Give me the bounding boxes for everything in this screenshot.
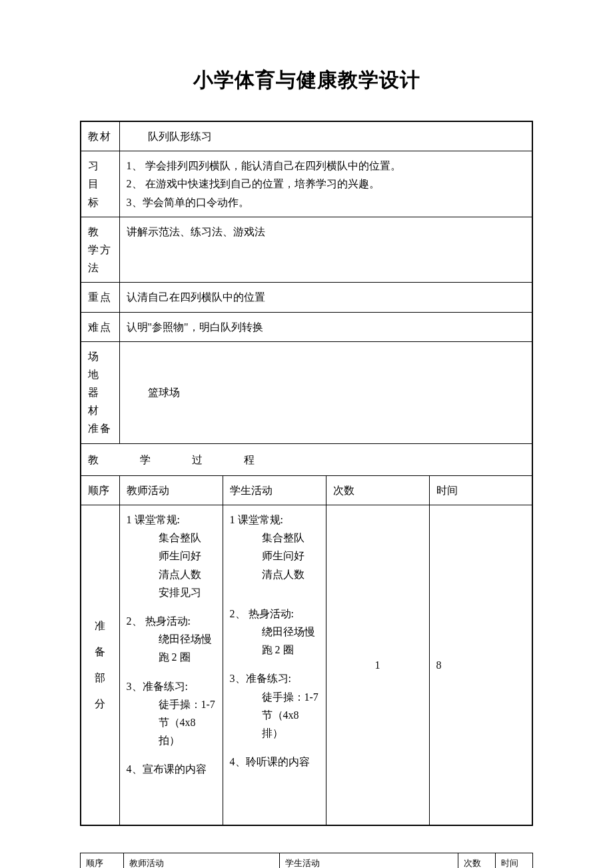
prep-count: 1 [326, 505, 429, 825]
footer-count: 次数 [458, 853, 496, 868]
value-difficulty: 认明"参照物"，明白队列转换 [119, 312, 532, 341]
value-objectives: 1、 学会排列四列横队，能认清自己在四列横队中的位置。 2、 在游戏中快速找到自… [119, 151, 532, 217]
value-venue: 篮球场 [119, 341, 532, 443]
row-process-header: 教 学 过 程 [81, 443, 532, 475]
value-keypoint: 认清自己在四列横队中的位置 [119, 283, 532, 312]
process-header: 教 学 过 程 [81, 443, 532, 475]
prep-student-activity: 1 课堂常规: 集合整队 师生问好 清点人数 2、 热身活动: 绕田径场慢跑 2… [223, 505, 326, 825]
footer-row: 顺序 教师活动 学生活动 次数 时间 [81, 853, 533, 868]
row-column-headers: 顺序 教师活动 学生活动 次数 时间 [81, 475, 532, 505]
footer-student: 学生活动 [280, 853, 458, 868]
label-method: 教 学方法 [81, 217, 119, 283]
col-header-order: 顺序 [81, 475, 119, 505]
label-material: 教材 [81, 121, 119, 151]
row-difficulty: 难点 认明"参照物"，明白队列转换 [81, 312, 532, 341]
footer-order: 顺序 [81, 853, 124, 868]
prep-time: 8 [429, 505, 532, 825]
label-objectives: 习 目 标 [81, 151, 119, 217]
row-material: 教材 队列队形练习 [81, 121, 532, 151]
row-method: 教 学方法 讲解示范法、练习法、游戏法 [81, 217, 532, 283]
label-difficulty: 难点 [81, 312, 119, 341]
row-objectives: 习 目 标 1、 学会排列四列横队，能认清自己在四列横队中的位置。 2、 在游戏… [81, 151, 532, 217]
col-header-time: 时间 [429, 475, 532, 505]
footer-time: 时间 [496, 853, 533, 868]
footer-table: 顺序 教师活动 学生活动 次数 时间 [80, 853, 533, 869]
prep-teacher-activity: 1 课堂常规: 集合整队 师生问好 清点人数 安排见习 2、 热身活动: 绕田径… [119, 505, 223, 825]
col-header-teacher: 教师活动 [119, 475, 223, 505]
prep-section-label: 准 备 部 分 [81, 505, 119, 825]
page-title: 小学体育与健康教学设计 [80, 67, 533, 94]
footer-teacher: 教师活动 [123, 853, 280, 868]
label-venue: 场 地 器 材 准备 [81, 341, 119, 443]
col-header-student: 学生活动 [223, 475, 326, 505]
value-material: 队列队形练习 [119, 121, 532, 151]
label-keypoint: 重点 [81, 283, 119, 312]
col-header-count: 次数 [326, 475, 429, 505]
row-venue: 场 地 器 材 准备 篮球场 [81, 341, 532, 443]
row-prep-section: 准 备 部 分 1 课堂常规: 集合整队 师生问好 清点人数 安排见习 2、 热… [81, 505, 532, 825]
value-method: 讲解示范法、练习法、游戏法 [119, 217, 532, 283]
lesson-plan-table: 教材 队列队形练习 习 目 标 1、 学会排列四列横队，能认清自己在四列横队中的… [80, 121, 533, 826]
row-keypoint: 重点 认清自己在四列横队中的位置 [81, 283, 532, 312]
